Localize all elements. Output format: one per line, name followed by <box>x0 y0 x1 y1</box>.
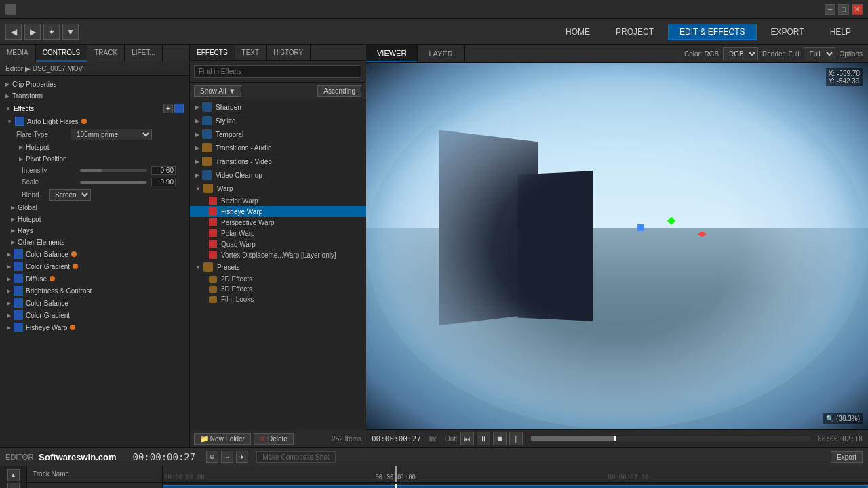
effect-bezier-warp[interactable]: Bezier Warp <box>190 195 366 206</box>
effect-quad-warp[interactable]: Quad Warp <box>190 239 366 249</box>
playback-progress-bar[interactable] <box>531 436 810 441</box>
category-video-cleanup[interactable]: ▶ Video Clean-up <box>190 168 366 182</box>
color-mode-select[interactable]: RGB <box>723 47 758 60</box>
timeline-tracks-panel: Track Name ▶◀ Video 1 ♪ Audio 1 <box>27 466 163 488</box>
tab-edit-effects[interactable]: EDIT & EFFECTS <box>668 24 756 40</box>
collapse-arrow: ▶ <box>195 118 199 124</box>
effect-name: Global <box>18 204 37 211</box>
intensity-slider[interactable] <box>80 169 147 172</box>
orange-dot <box>70 325 75 330</box>
tab-project[interactable]: PROJECT <box>604 24 665 40</box>
collapse-arrow: ▼ <box>195 264 201 270</box>
effect-name: Brightness & Contrast <box>26 287 92 295</box>
stop-button[interactable]: ⏹ <box>493 432 507 445</box>
section-effects[interactable]: ▼ Effects + <box>0 102 189 115</box>
category-label: Temporal <box>216 131 243 138</box>
new-folder-button[interactable]: 📁 New Folder <box>194 433 251 445</box>
effect-color-gradient-1[interactable]: ▶ Color Gradient <box>0 260 189 272</box>
effect-hotspot[interactable]: ▶ Hotspot <box>0 214 189 225</box>
collapse-arrow: ▶ <box>195 131 199 138</box>
delete-button[interactable]: ✕ Delete <box>254 433 294 445</box>
tab-export[interactable]: EXPORT <box>760 24 816 40</box>
category-icon <box>202 129 212 139</box>
effect-color-gradient-2[interactable]: ▶ Color Gradient <box>0 309 189 321</box>
tab-help[interactable]: HELP <box>818 24 863 40</box>
preset-film-looks[interactable]: Film Looks <box>190 294 366 304</box>
effect-icon <box>14 262 23 271</box>
scale-slider[interactable] <box>80 181 147 184</box>
effect-other-elements[interactable]: ▶ Other Elements <box>0 237 189 248</box>
maximize-button[interactable]: □ <box>838 4 849 15</box>
tab-text[interactable]: TEXT <box>235 45 267 60</box>
tab-home[interactable]: HOME <box>554 24 601 40</box>
prop-scale: Scale 9.90 <box>0 176 189 188</box>
effect-color-balance-1[interactable]: ▶ Color Balance <box>0 248 189 260</box>
blend-select[interactable]: Screen <box>49 189 91 201</box>
category-temporal[interactable]: ▶ Temporal <box>190 127 366 141</box>
editor-toolbar: ⊕ ↔ ⏵ <box>206 451 248 463</box>
nav-back-button[interactable]: ◀ <box>5 24 22 40</box>
hotspot-section[interactable]: ▶ Hotspot <box>0 142 189 153</box>
flare-type-select[interactable]: 105mm prime <box>71 129 152 140</box>
nav-action-button[interactable]: ✦ <box>43 24 60 40</box>
effect-sub-label: Vortex Displaceme...Warp [Layer only] <box>221 251 336 259</box>
export-button[interactable]: Export <box>831 451 863 463</box>
effect-polar-warp[interactable]: Polar Warp <box>190 228 366 239</box>
editor-tool-3[interactable]: ⏵ <box>236 451 248 463</box>
close-button[interactable]: ✕ <box>852 4 863 15</box>
effect-fisheye-warp[interactable]: ▶ Fisheye Warp <box>0 321 189 333</box>
effect-brightness-contrast[interactable]: ▶ Brightness & Contrast <box>0 285 189 297</box>
effect-item-row[interactable]: ▼ Auto Light Flares <box>0 115 189 127</box>
tab-lifet[interactable]: LIFET... <box>125 45 162 62</box>
tab-effects[interactable]: EFFECTS <box>190 45 235 60</box>
cursor-button[interactable]: | <box>509 432 523 445</box>
nav-menu-button[interactable]: ▼ <box>62 24 79 40</box>
editor-tool-2[interactable]: ↔ <box>221 451 233 463</box>
effect-color-balance-2[interactable]: ▶ Color Balance <box>0 297 189 309</box>
preset-3d[interactable]: 3D Effects <box>190 284 366 294</box>
category-presets[interactable]: ▼ Presets <box>190 260 366 274</box>
tab-layer[interactable]: LAYER <box>418 45 464 62</box>
effects-search-input[interactable] <box>194 65 361 78</box>
pivot-position-section[interactable]: ▶ Pivot Position <box>0 153 189 165</box>
category-sharpen[interactable]: ▶ Sharpen <box>190 100 366 114</box>
collapse-arrow: ▶ <box>195 172 199 178</box>
preset-2d[interactable]: 2D Effects <box>190 274 366 284</box>
delete-label: Delete <box>268 435 288 443</box>
category-stylize[interactable]: ▶ Stylize <box>190 114 366 127</box>
ripple-tool[interactable]: ↔ <box>7 483 20 488</box>
go-to-start-button[interactable]: ⏮ <box>460 432 474 445</box>
tab-media[interactable]: MEDIA <box>0 45 36 62</box>
add-effects-button[interactable]: + <box>163 104 173 113</box>
video-clip[interactable]: DSC_0017.MOV <box>163 485 868 488</box>
tab-track[interactable]: TRACK <box>87 45 125 62</box>
editor-tool-1[interactable]: ⊕ <box>206 451 218 463</box>
make-composite-button[interactable]: Make Composite Shot <box>256 451 335 463</box>
nav-forward-button[interactable]: ▶ <box>24 24 41 40</box>
collapse-arrow: ▼ <box>5 106 11 112</box>
tab-viewer[interactable]: VIEWER <box>366 45 418 62</box>
category-transitions-audio[interactable]: ▶ Transitions - Audio <box>190 141 366 155</box>
effect-diffuse[interactable]: ▶ Diffuse <box>0 272 189 285</box>
category-transitions-video[interactable]: ▶ Transitions - Video <box>190 155 366 168</box>
tab-history[interactable]: HISTORY <box>267 45 311 60</box>
show-all-button[interactable]: Show All ▼ <box>194 85 241 97</box>
section-clip-properties[interactable]: ▶ Clip Properties <box>0 79 189 90</box>
category-warp[interactable]: ▼ Warp <box>190 182 366 195</box>
effect-global[interactable]: ▶ Global <box>0 202 189 214</box>
category-label: Sharpen <box>216 104 241 111</box>
effect-perspective-warp[interactable]: Perspective Warp <box>190 217 366 228</box>
collapse-arrow: ▶ <box>11 205 15 211</box>
select-tool[interactable]: ▲ <box>7 469 20 481</box>
effect-fisheye-warp-item[interactable]: Fisheye Warp <box>190 206 366 217</box>
section-transform[interactable]: ▶ Transform <box>0 90 189 102</box>
play-pause-button[interactable]: ⏸ <box>477 432 490 445</box>
tab-controls[interactable]: CONTROLS <box>36 45 88 62</box>
render-mode-select[interactable]: Full <box>804 47 835 60</box>
minimize-button[interactable]: ─ <box>825 4 835 15</box>
effect-rays[interactable]: ▶ Rays <box>0 225 189 237</box>
section-label: Hotspot <box>26 144 49 151</box>
collapse-arrow: ▶ <box>7 251 11 258</box>
ascending-button[interactable]: Ascending <box>317 85 361 97</box>
effect-vortex-warp[interactable]: Vortex Displaceme...Warp [Layer only] <box>190 249 366 260</box>
